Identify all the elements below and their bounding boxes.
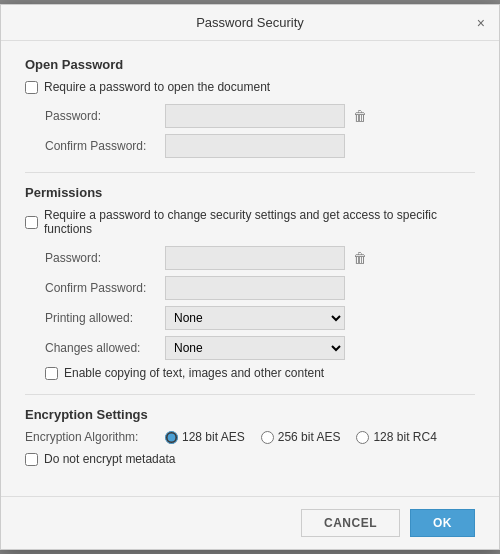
perm-confirm-input[interactable] <box>165 276 345 300</box>
perm-password-field-row: Password: 🗑 <box>25 246 475 270</box>
copy-checkbox-row: Enable copying of text, images and other… <box>25 366 475 380</box>
printing-label: Printing allowed: <box>45 311 165 325</box>
radio-aes128-label: 128 bit AES <box>182 430 245 444</box>
cancel-button[interactable]: CANCEL <box>301 509 400 537</box>
metadata-checkbox-label: Do not encrypt metadata <box>44 452 175 466</box>
open-password-label: Password: <box>45 109 165 123</box>
encryption-algorithm-row: Encryption Algorithm: 128 bit AES 256 bi… <box>25 430 475 444</box>
radio-aes128-option[interactable]: 128 bit AES <box>165 430 245 444</box>
password-security-dialog: Password Security × Open Password Requir… <box>0 4 500 550</box>
dialog-body: Open Password Require a password to open… <box>1 41 499 496</box>
divider-1 <box>25 172 475 173</box>
open-confirm-input[interactable] <box>165 134 345 158</box>
permissions-checkbox-label: Require a password to change security se… <box>44 208 475 236</box>
radio-aes256[interactable] <box>261 431 274 444</box>
changes-field-row: Changes allowed: None Inserting/Deleting… <box>25 336 475 360</box>
open-confirm-field-row: Confirm Password: <box>25 134 475 158</box>
open-password-section: Open Password Require a password to open… <box>25 57 475 158</box>
encryption-radio-group: 128 bit AES 256 bit AES 128 bit RC4 <box>165 430 437 444</box>
perm-password-input[interactable] <box>165 246 345 270</box>
encryption-algorithm-label: Encryption Algorithm: <box>25 430 165 444</box>
radio-rc4128-option[interactable]: 128 bit RC4 <box>356 430 436 444</box>
printing-select[interactable]: None Low Resolution High Resolution <box>165 306 345 330</box>
perm-confirm-label: Confirm Password: <box>45 281 165 295</box>
copy-checkbox[interactable] <box>45 367 58 380</box>
permissions-title: Permissions <box>25 185 475 200</box>
open-password-checkbox[interactable] <box>25 81 38 94</box>
open-password-checkbox-label: Require a password to open the document <box>44 80 270 94</box>
radio-aes128[interactable] <box>165 431 178 444</box>
divider-2 <box>25 394 475 395</box>
radio-aes256-label: 256 bit AES <box>278 430 341 444</box>
dialog-footer: CANCEL OK <box>1 496 499 549</box>
radio-rc4128[interactable] <box>356 431 369 444</box>
open-password-title: Open Password <box>25 57 475 72</box>
open-confirm-label: Confirm Password: <box>45 139 165 153</box>
permissions-section: Permissions Require a password to change… <box>25 185 475 380</box>
metadata-checkbox-row: Do not encrypt metadata <box>25 452 475 466</box>
perm-confirm-field-row: Confirm Password: <box>25 276 475 300</box>
perm-password-delete-icon[interactable]: 🗑 <box>353 250 367 266</box>
encryption-section: Encryption Settings Encryption Algorithm… <box>25 407 475 466</box>
radio-rc4128-label: 128 bit RC4 <box>373 430 436 444</box>
title-bar: Password Security × <box>1 5 499 41</box>
open-password-input[interactable] <box>165 104 345 128</box>
open-password-checkbox-row: Require a password to open the document <box>25 80 475 94</box>
permissions-checkbox[interactable] <box>25 216 38 229</box>
open-password-delete-icon[interactable]: 🗑 <box>353 108 367 124</box>
metadata-checkbox[interactable] <box>25 453 38 466</box>
dialog-title: Password Security <box>196 15 304 30</box>
copy-checkbox-label: Enable copying of text, images and other… <box>64 366 324 380</box>
changes-label: Changes allowed: <box>45 341 165 355</box>
printing-field-row: Printing allowed: None Low Resolution Hi… <box>25 306 475 330</box>
perm-password-label: Password: <box>45 251 165 265</box>
permissions-checkbox-row: Require a password to change security se… <box>25 208 475 236</box>
ok-button[interactable]: OK <box>410 509 475 537</box>
changes-select[interactable]: None Inserting/Deleting/Rotating pages F… <box>165 336 345 360</box>
encryption-title: Encryption Settings <box>25 407 475 422</box>
open-password-field-row: Password: 🗑 <box>25 104 475 128</box>
close-button[interactable]: × <box>473 14 489 32</box>
radio-aes256-option[interactable]: 256 bit AES <box>261 430 341 444</box>
